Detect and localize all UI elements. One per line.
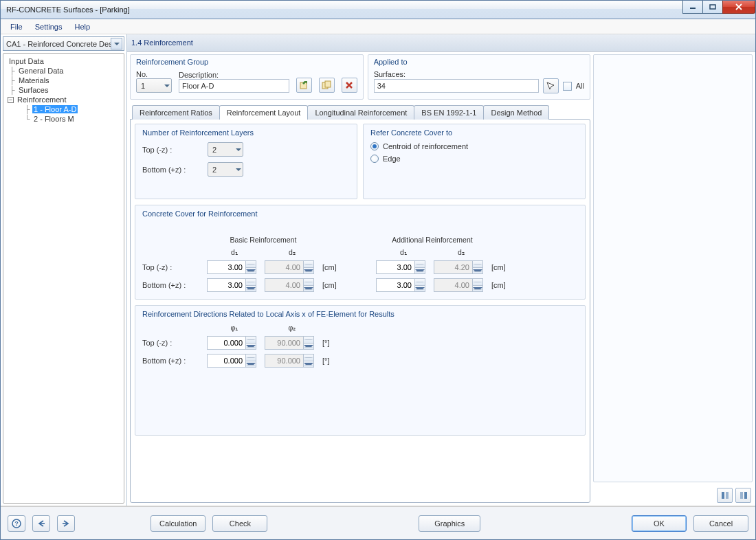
unit-cm: [cm] [322, 263, 350, 271]
collapse-icon[interactable]: − [8, 97, 14, 103]
layers-bottom-value: 2 [212, 166, 216, 174]
no-value: 1 [141, 82, 145, 90]
radio-centroid[interactable]: Centroid of reinforcement [370, 142, 578, 150]
all-checkbox[interactable] [563, 82, 572, 91]
svg-rect-6 [726, 492, 729, 499]
radio-edge[interactable]: Edge [370, 155, 578, 163]
group-applied-to: Applied to Surfaces: 34 All [368, 54, 590, 100]
unit-deg: [°] [322, 357, 343, 365]
surfaces-input[interactable]: 34 [374, 79, 539, 93]
group-cover-ref: Refer Concrete Cover to Centroid of rein… [363, 124, 586, 199]
dirs-bot-phi1-input[interactable] [207, 354, 262, 368]
main: 1.4 Reinforcement Reinforcement Group No… [127, 34, 755, 506]
tabset: Reinforcement Ratios Reinforcement Layou… [130, 102, 590, 503]
tree-floors-m[interactable]: 2 - Floors M [32, 115, 76, 123]
col-phi1: φ₁ [207, 324, 262, 332]
basic-top-d1-input[interactable] [207, 260, 262, 274]
surfaces-label: Surfaces: [374, 70, 584, 78]
dirs-bottom-label: Bottom (+z) : [142, 357, 204, 365]
tab-header: Reinforcement Ratios Reinforcement Layou… [130, 102, 590, 119]
surfaces-value: 34 [377, 82, 386, 90]
close-button[interactable] [722, 1, 755, 14]
tree-reinforcement[interactable]: Reinforcement [16, 95, 68, 104]
app-window: RF-CONCRETE Surfaces - [Parking] File Se… [0, 0, 756, 540]
description-label: Description: [179, 71, 289, 79]
radio-centroid-label: Centroid of reinforcement [383, 142, 468, 150]
tree-floor-a-d[interactable]: 1 - Floor A-D [32, 105, 78, 113]
svg-rect-0 [690, 8, 696, 9]
group-layers: Number of Reinforcement Layers Top (-z) … [135, 124, 357, 199]
aside-button-2[interactable] [735, 488, 751, 503]
description-input[interactable]: Floor A-D [179, 79, 289, 93]
cancel-button[interactable]: Cancel [693, 515, 748, 532]
legend-applied-to: Applied to [374, 58, 584, 66]
nav-tree[interactable]: Input Data ├General Data ├Materials ├Sur… [3, 53, 124, 504]
design-case-combo[interactable]: CA1 - Reinforced Concrete Des [3, 36, 124, 51]
no-combo[interactable]: 1 [136, 78, 172, 93]
prev-button[interactable] [32, 515, 50, 532]
tree-root[interactable]: Input Data [8, 57, 45, 65]
check-button[interactable]: Check [212, 515, 267, 532]
maximize-button[interactable] [702, 1, 723, 14]
next-button[interactable] [57, 515, 75, 532]
svg-text:?: ? [14, 520, 19, 527]
chevron-down-icon [236, 148, 241, 151]
col-d2-add: d₂ [434, 248, 489, 256]
layers-top-combo[interactable]: 2 [208, 142, 243, 157]
help-button[interactable]: ? [8, 515, 25, 532]
layers-bottom-label: Bottom (+z) : [142, 166, 201, 174]
menu-settings[interactable]: Settings [30, 21, 68, 32]
dirs-top-label: Top (-z) : [142, 339, 204, 347]
group-directions: Reinforcement Directions Related to Loca… [135, 305, 586, 436]
calculation-button[interactable]: Calculation [151, 515, 205, 532]
basic-reinf-header: Basic Reinforcement [207, 236, 320, 244]
dirs-bot-phi2-input[interactable] [265, 354, 320, 368]
aside-button-1[interactable] [717, 488, 733, 503]
tab-longitudinal-reinforcement[interactable]: Longitudinal Reinforcement [307, 105, 414, 120]
group-reinforcement-group: Reinforcement Group No. 1 [130, 54, 364, 100]
ok-button[interactable]: OK [632, 515, 687, 532]
dirs-top-phi2-input[interactable] [265, 336, 320, 350]
add-top-d1-input[interactable] [376, 260, 431, 274]
graphics-button[interactable]: Graphics [419, 515, 480, 532]
col-d1-add: d₁ [376, 248, 431, 256]
menubar: File Settings Help [1, 19, 755, 34]
tree-surfaces[interactable]: Surfaces [17, 86, 49, 94]
svg-rect-5 [722, 492, 724, 499]
tree-general-data[interactable]: General Data [17, 67, 65, 75]
legend-reinf-group: Reinforcement Group [136, 58, 357, 66]
dirs-top-phi1-input[interactable] [207, 336, 262, 350]
layers-top-value: 2 [212, 146, 216, 154]
tree-materials[interactable]: Materials [17, 76, 51, 85]
tab-reinforcement-ratios[interactable]: Reinforcement Ratios [132, 105, 220, 120]
basic-bot-d1-input[interactable] [207, 278, 262, 292]
layers-bottom-combo[interactable]: 2 [208, 162, 243, 177]
tab-bs-en-1992[interactable]: BS EN 1992-1-1 [414, 105, 484, 120]
add-bot-d2-input[interactable] [434, 278, 489, 292]
window-controls [682, 1, 755, 14]
tab-design-method[interactable]: Design Method [483, 105, 549, 120]
add-top-d2-input[interactable] [434, 260, 489, 274]
minimize-button[interactable] [682, 1, 703, 14]
menu-file[interactable]: File [5, 21, 28, 32]
cover-grid: Basic Reinforcement Additional Reinforce… [142, 236, 578, 292]
chevron-down-icon [164, 85, 170, 87]
window-title: RF-CONCRETE Surfaces - [Parking] [6, 5, 130, 14]
cover-top-label: Top (-z) : [142, 263, 204, 271]
add-bot-d1-input[interactable] [376, 278, 431, 292]
tab-reinforcement-layout[interactable]: Reinforcement Layout [219, 105, 309, 120]
copy-group-button[interactable] [319, 78, 335, 93]
unit-cm: [cm] [491, 263, 519, 271]
basic-bot-d2-input[interactable] [265, 278, 320, 292]
pick-surfaces-button[interactable] [543, 78, 559, 93]
chevron-down-icon [111, 38, 122, 49]
new-group-button[interactable] [296, 78, 312, 93]
basic-top-d2-input[interactable] [265, 260, 320, 274]
no-label: No. [136, 70, 172, 78]
top-row: Reinforcement Group No. 1 [130, 54, 590, 100]
delete-group-button[interactable] [342, 78, 357, 93]
svg-rect-8 [744, 492, 747, 499]
legend-layers: Number of Reinforcement Layers [142, 128, 350, 137]
menu-help[interactable]: Help [69, 21, 96, 32]
legend-cover-ref: Refer Concrete Cover to [370, 128, 578, 137]
